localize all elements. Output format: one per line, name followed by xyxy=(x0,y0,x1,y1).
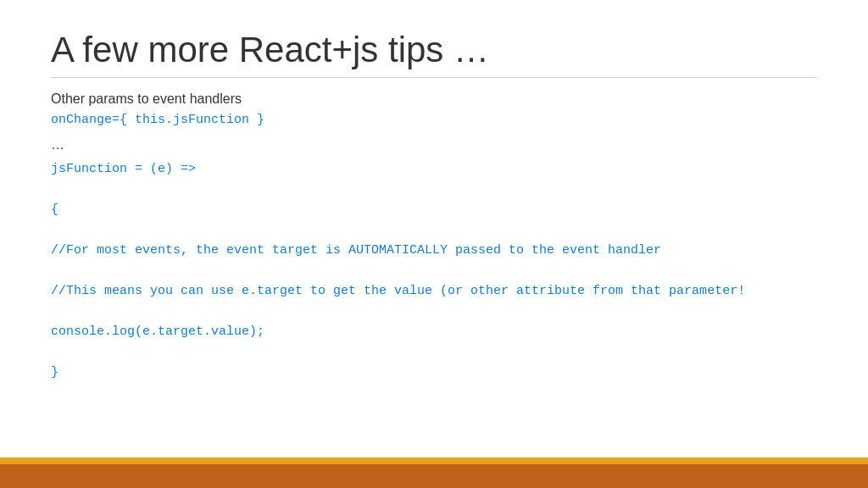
bottom-bar xyxy=(0,464,868,488)
ellipsis: … xyxy=(51,137,817,152)
code-line-2: jsFunction = (e) => xyxy=(51,159,817,180)
code-line-7: } xyxy=(51,363,817,383)
slide-title: A few more React+js tips … xyxy=(51,17,817,70)
code-line-5: //This means you can use e.target to get… xyxy=(51,281,817,302)
bottom-accent-bar xyxy=(0,458,868,464)
code-line-3: { xyxy=(51,200,817,220)
slide-container: A few more React+js tips … Other params … xyxy=(0,0,868,488)
title-divider xyxy=(51,77,817,78)
code-line-4: //For most events, the event target is A… xyxy=(51,241,817,261)
subtitle: Other params to event handlers xyxy=(51,92,817,107)
slide-content: A few more React+js tips … Other params … xyxy=(0,0,868,458)
code-block-2: jsFunction = (e) => { //For most events,… xyxy=(51,159,817,383)
code-block: onChange={ this.jsFunction } xyxy=(51,110,817,130)
code-line-1: onChange={ this.jsFunction } xyxy=(51,110,817,130)
code-line-6: console.log(e.target.value); xyxy=(51,322,817,342)
